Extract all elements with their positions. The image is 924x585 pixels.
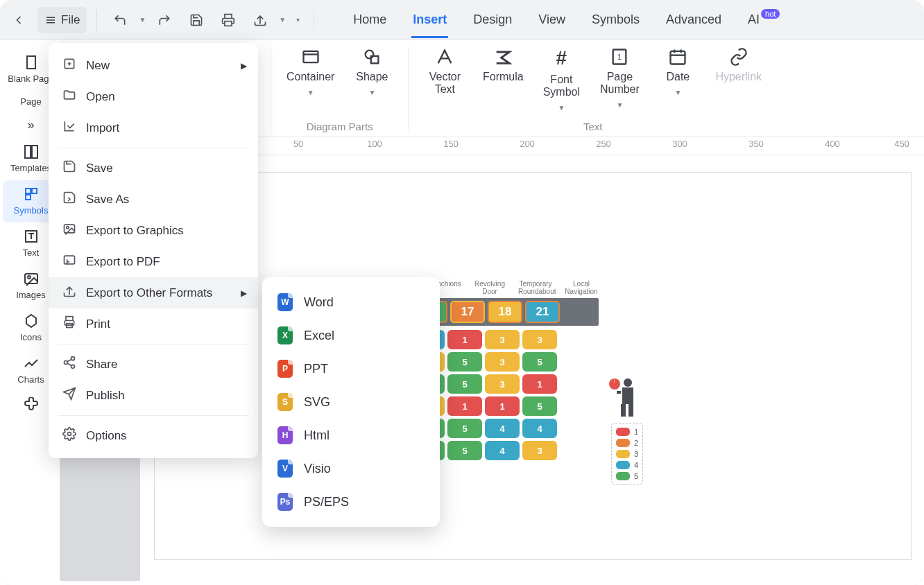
tab-design[interactable]: Design — [472, 3, 513, 37]
svg-point-36 — [624, 378, 632, 387]
ribbon-group-diagram-parts: Container▼ Shape▼ Diagram Parts — [271, 40, 408, 137]
svg-rect-28 — [26, 195, 31, 200]
export-html[interactable]: HHtml — [262, 419, 440, 452]
excel-file-icon: X — [277, 326, 293, 344]
menu-item-save[interactable]: Save — [49, 152, 258, 184]
ribbon-formula[interactable]: Formula — [482, 47, 524, 83]
svg-rect-26 — [26, 189, 31, 193]
export-visio[interactable]: VVisio — [262, 452, 440, 485]
export-graphics-icon — [62, 222, 76, 239]
menu-item-export-other[interactable]: Export to Other Formats▶ — [49, 277, 258, 308]
tab-view[interactable]: View — [537, 3, 567, 37]
save-button-toolbar[interactable] — [183, 7, 209, 33]
ribbon-date[interactable]: Date▼ — [657, 47, 699, 96]
svg-point-45 — [67, 227, 69, 229]
export-other-formats-submenu: WWordXExcelPPPTSSVGHHtmlVVisioPsPS/EPS — [262, 277, 440, 527]
undo-button[interactable] — [107, 7, 133, 33]
new-icon — [62, 57, 76, 74]
data-cell: 5 — [447, 374, 482, 394]
export-pdf-icon — [62, 253, 76, 270]
data-cell: 4 — [485, 441, 520, 460]
svg-rect-3 — [225, 21, 232, 26]
print-icon — [62, 315, 76, 333]
svg-point-33 — [28, 276, 31, 279]
svg-rect-39 — [628, 404, 633, 417]
tab-insert[interactable]: Insert — [411, 3, 448, 37]
export-word[interactable]: WWord — [262, 286, 440, 319]
data-cell: 5 — [447, 352, 482, 372]
undo-dropdown[interactable]: ▼ — [139, 16, 146, 24]
svg-marker-34 — [26, 315, 36, 327]
menu-item-print[interactable]: Print — [49, 308, 258, 340]
redo-button[interactable] — [151, 7, 178, 33]
export-pseps[interactable]: PsPS/EPS — [262, 485, 440, 518]
export-other-icon — [62, 284, 76, 302]
svg-rect-25 — [32, 146, 37, 158]
ribbon-vector-text[interactable]: Vector Text — [424, 47, 465, 96]
tab-symbols[interactable]: Symbols — [590, 3, 641, 37]
svg-point-52 — [71, 365, 75, 368]
data-cell: 1 — [485, 396, 520, 416]
svg-rect-46 — [65, 256, 75, 264]
back-button[interactable] — [6, 7, 32, 33]
publish-icon — [62, 387, 76, 404]
svg-line-54 — [67, 363, 71, 365]
svg-text:1: 1 — [617, 52, 622, 61]
total-cell: 17 — [450, 301, 485, 323]
menu-tabs: Home Insert Design View Symbols Advanced… — [352, 3, 780, 37]
ribbon-group-text: Vector Text Formula #Font Symbol▼ 1Page … — [409, 40, 777, 137]
file-menu-button[interactable]: File — [37, 7, 87, 33]
menu-item-open[interactable]: Open — [49, 81, 258, 112]
svg-point-14 — [366, 51, 374, 59]
svg-rect-38 — [621, 404, 626, 417]
export-button-toolbar[interactable] — [247, 7, 273, 33]
ppt-file-icon: P — [277, 360, 293, 378]
data-cell: 1 — [522, 374, 557, 394]
menu-item-share[interactable]: Share — [49, 349, 258, 380]
hot-badge: hot — [761, 9, 780, 19]
menu-item-saveas[interactable]: Save As — [49, 184, 258, 215]
save-icon — [62, 159, 76, 177]
export-excel[interactable]: XExcel — [262, 319, 440, 352]
menu-item-publish[interactable]: Publish — [49, 380, 258, 411]
word-file-icon: W — [277, 293, 293, 311]
visio-file-icon: V — [277, 460, 293, 478]
submenu-arrow-icon: ▶ — [241, 288, 247, 298]
qat-customize[interactable]: ▾ — [291, 16, 304, 24]
tab-home[interactable]: Home — [352, 3, 388, 37]
tab-ai[interactable]: AIhot — [746, 3, 780, 37]
file-menu-label: File — [61, 13, 80, 27]
file-menu: New▶OpenImportSaveSave AsExport to Graph… — [49, 43, 258, 458]
ribbon-page-number[interactable]: 1Page Number▼ — [599, 47, 640, 109]
svg-rect-12 — [303, 51, 318, 62]
data-cell: 3 — [485, 352, 520, 372]
ribbon-hyperlink: Hyperlink — [715, 47, 762, 83]
export-svg[interactable]: SSVG — [262, 385, 440, 419]
share-icon — [62, 356, 76, 373]
ribbon-font-symbol[interactable]: #Font Symbol▼ — [540, 47, 582, 112]
svg-rect-40 — [617, 391, 621, 394]
data-cell: 3 — [522, 330, 557, 349]
person-icon — [607, 377, 640, 420]
menu-item-options[interactable]: Options — [49, 420, 258, 451]
tab-advanced[interactable]: Advanced — [665, 3, 723, 37]
print-button-toolbar[interactable] — [215, 7, 241, 33]
svg-line-53 — [67, 359, 71, 361]
html-file-icon: H — [277, 426, 293, 444]
svg-point-51 — [65, 361, 68, 365]
page-thumbnail[interactable] — [60, 456, 140, 581]
menu-item-import[interactable]: Import — [49, 112, 258, 143]
menu-item-export-pdf[interactable]: Export to PDF — [49, 246, 258, 277]
export-ppt[interactable]: PPPT — [262, 352, 440, 385]
submenu-arrow-icon: ▶ — [241, 61, 247, 71]
ribbon-container[interactable]: Container▼ — [286, 47, 334, 96]
menu-item-new[interactable]: New▶ — [49, 50, 258, 81]
export-toolbar-dropdown[interactable]: ▼ — [279, 16, 286, 24]
app-window: File ▼ ▼ ▾ Home Insert Design View Symbo… — [0, 0, 924, 585]
svg-rect-24 — [25, 146, 31, 158]
data-cell: 3 — [485, 374, 520, 394]
menu-item-export-graphics[interactable]: Export to Graphics — [49, 215, 258, 246]
svg-rect-23 — [27, 56, 35, 69]
svg-file-icon: S — [277, 393, 293, 411]
ribbon-shape[interactable]: Shape▼ — [351, 47, 393, 96]
